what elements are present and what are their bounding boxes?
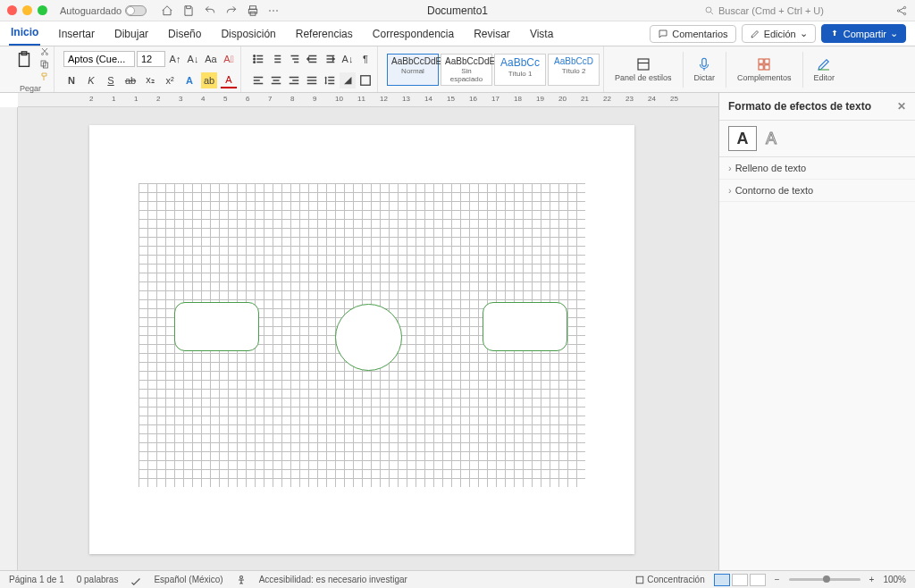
zoom-slider[interactable] — [789, 578, 860, 581]
maximize-button[interactable] — [38, 5, 47, 15]
rounded-rect-shape-right[interactable] — [483, 302, 567, 351]
circle-shape[interactable] — [335, 304, 402, 371]
vertical-ruler[interactable] — [0, 107, 18, 570]
align-center-button[interactable] — [268, 72, 284, 88]
italic-button[interactable]: K — [83, 72, 99, 88]
numbering-button[interactable] — [268, 51, 284, 67]
tab-dibujar[interactable]: Dibujar — [113, 24, 150, 44]
paste-button[interactable] — [11, 46, 38, 73]
ruler-mark: 17 — [491, 95, 499, 103]
clear-format-button[interactable]: A⃠ — [221, 51, 237, 67]
close-button[interactable] — [7, 5, 17, 15]
line-spacing-button[interactable] — [322, 72, 338, 88]
copy-icon[interactable] — [39, 59, 50, 70]
focus-mode-button[interactable]: Concentración — [635, 575, 704, 584]
style-heading1[interactable]: AaBbCc Título 1 — [494, 54, 546, 86]
tab-revisar[interactable]: Revisar — [472, 24, 512, 44]
shading-button[interactable]: ◢ — [340, 72, 356, 88]
cut-icon[interactable] — [39, 46, 50, 57]
increase-indent-button[interactable] — [322, 51, 338, 67]
autosave-label: Autoguardado — [60, 5, 122, 16]
language-button[interactable]: Español (México) — [154, 575, 222, 584]
word-count[interactable]: 0 palabras — [77, 575, 119, 584]
decrease-indent-button[interactable] — [304, 51, 320, 67]
tab-inicio[interactable]: Inicio — [9, 22, 40, 46]
addins-button[interactable]: Complementos — [732, 56, 797, 82]
tab-diseno[interactable]: Diseño — [166, 24, 203, 44]
print-icon[interactable] — [247, 4, 259, 17]
focus-label: Concentración — [647, 575, 704, 584]
text-fill-tab[interactable]: A — [728, 126, 757, 151]
rounded-rect-shape-left[interactable] — [174, 302, 259, 351]
align-left-button[interactable] — [250, 72, 266, 88]
editor-button[interactable]: Editor — [809, 56, 841, 82]
tab-insertar[interactable]: Insertar — [56, 24, 97, 44]
shrink-font-button[interactable]: A↓ — [185, 51, 201, 67]
tab-vista[interactable]: Vista — [528, 24, 555, 44]
ruler-mark: 23 — [625, 95, 634, 103]
subscript-button[interactable]: x₂ — [142, 72, 158, 88]
editing-mode-button[interactable]: Edición ⌄ — [742, 24, 816, 43]
justify-button[interactable] — [304, 72, 320, 88]
spellcheck-icon[interactable] — [130, 575, 141, 585]
text-outline-section[interactable]: Contorno de texto — [719, 180, 915, 202]
minimize-button[interactable] — [22, 5, 32, 15]
font-family-select[interactable] — [63, 51, 135, 67]
bold-button[interactable]: N — [63, 72, 80, 88]
close-panel-button[interactable]: ✕ — [897, 100, 906, 113]
toggle-switch[interactable] — [125, 5, 147, 16]
change-case-button[interactable]: Aa — [203, 51, 219, 67]
zoom-in-button[interactable]: + — [869, 575, 875, 584]
text-fill-section[interactable]: Relleno de texto — [719, 157, 915, 180]
share-icon — [829, 29, 840, 39]
styles-pane-button[interactable]: Panel de estilos — [609, 56, 677, 82]
outline-view[interactable] — [750, 574, 766, 586]
text-effects-button[interactable]: A — [181, 72, 197, 88]
print-layout-view[interactable] — [714, 574, 730, 586]
highlight-button[interactable]: ab — [201, 72, 217, 88]
font-color-button[interactable]: A — [221, 72, 237, 88]
font-group: A↑ A↓ Aa A⃠ N K S ab x₂ x² A ab A — [60, 46, 241, 92]
superscript-button[interactable]: x² — [162, 72, 178, 88]
bullets-button[interactable] — [250, 51, 266, 67]
format-painter-icon[interactable] — [39, 71, 50, 82]
accessibility-status[interactable]: Accesibilidad: es necesario investigar — [259, 575, 407, 584]
align-right-button[interactable] — [286, 72, 302, 88]
web-layout-view[interactable] — [732, 574, 748, 586]
dictate-button[interactable]: Dictar — [689, 56, 721, 82]
font-size-select[interactable] — [137, 51, 165, 67]
redo-icon[interactable] — [225, 4, 238, 17]
tab-referencias[interactable]: Referencias — [294, 24, 355, 44]
borders-button[interactable] — [357, 72, 374, 88]
undo-icon[interactable] — [204, 4, 216, 17]
tab-correspondencia[interactable]: Correspondencia — [371, 24, 456, 44]
text-outline-tab[interactable]: A — [757, 126, 785, 151]
page[interactable] — [89, 125, 634, 554]
svg-rect-18 — [702, 58, 707, 66]
autosave-toggle[interactable]: Autoguardado — [60, 5, 147, 16]
style-normal[interactable]: AaBbCcDdE Normal — [387, 54, 439, 86]
comments-button[interactable]: Comentarios — [650, 25, 735, 43]
style-no-spacing[interactable]: AaBbCcDdE Sin espaciado — [441, 54, 492, 86]
strikethrough-button[interactable]: ab — [122, 72, 139, 88]
more-icon[interactable]: ⋯ — [268, 4, 279, 17]
grow-font-button[interactable]: A↑ — [167, 51, 183, 67]
multilevel-button[interactable] — [286, 51, 302, 67]
svg-rect-22 — [765, 65, 769, 70]
zoom-out-button[interactable]: − — [775, 575, 780, 584]
share-link-icon[interactable] — [895, 4, 908, 17]
styles-pane-label: Panel de estilos — [615, 74, 672, 82]
tab-disposicion[interactable]: Disposición — [219, 24, 277, 44]
zoom-level[interactable]: 100% — [883, 575, 906, 584]
home-icon[interactable] — [161, 4, 173, 17]
share-button[interactable]: Compartir ⌄ — [821, 24, 906, 43]
show-marks-button[interactable]: ¶ — [357, 51, 374, 67]
sort-button[interactable]: A↓ — [340, 51, 356, 67]
document-area[interactable] — [18, 107, 718, 570]
style-heading2[interactable]: AaBbCcD Título 2 — [548, 54, 600, 86]
search-box[interactable]: Buscar (Cmd + Ctrl + U) — [704, 5, 883, 16]
underline-button[interactable]: S — [103, 72, 119, 88]
save-icon[interactable] — [182, 4, 195, 17]
page-count[interactable]: Página 1 de 1 — [9, 575, 64, 584]
svg-point-9 — [42, 53, 44, 55]
